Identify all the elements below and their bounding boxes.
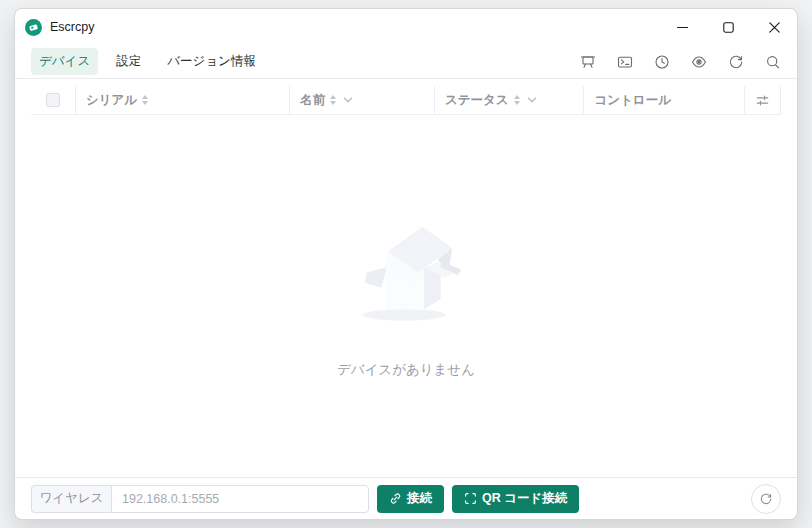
column-label-status: ステータス: [445, 92, 509, 109]
empty-message: デバイスがありません: [337, 361, 475, 379]
data-board-icon[interactable]: [580, 54, 596, 70]
app-window: Escrcpy デバイス 設定 バージョン情報: [14, 8, 798, 520]
connect-button-label: 接続: [407, 490, 432, 507]
close-button[interactable]: [751, 9, 797, 45]
connect-button[interactable]: 接続: [377, 485, 444, 513]
empty-box-illustration: [340, 213, 472, 331]
window-controls: [659, 9, 797, 45]
device-table-header: シリアル 名前 ステータス コントロール: [31, 86, 781, 115]
footer-bar: ワイヤレス 接続 QR コード接続: [15, 477, 797, 519]
history-clock-icon[interactable]: [654, 54, 670, 70]
tab-devices[interactable]: デバイス: [31, 48, 98, 75]
search-icon[interactable]: [765, 54, 781, 70]
sort-caret-icon: [514, 95, 520, 105]
sort-caret-icon: [142, 95, 148, 105]
device-list-empty-state: デバイスがありません: [15, 115, 797, 477]
qr-connect-button[interactable]: QR コード接続: [452, 485, 579, 513]
qr-scan-icon: [464, 492, 477, 505]
select-all-cell: [31, 86, 76, 114]
toolbar: [580, 54, 781, 70]
restart-adb-button[interactable]: [751, 484, 781, 514]
select-all-checkbox[interactable]: [46, 93, 60, 107]
column-header-control: コントロール: [584, 86, 744, 114]
wireless-address-group: ワイヤレス: [31, 485, 369, 513]
window-title: Escrcpy: [50, 20, 94, 34]
tab-version-info[interactable]: バージョン情報: [159, 48, 264, 75]
wireless-address-input[interactable]: [111, 485, 369, 513]
qr-connect-button-label: QR コード接続: [482, 490, 567, 507]
column-settings-icon[interactable]: [744, 86, 781, 114]
refresh-icon: [759, 492, 773, 506]
minimize-button[interactable]: [659, 9, 705, 45]
column-label-control: コントロール: [594, 92, 670, 109]
sort-caret-icon: [330, 95, 336, 105]
wireless-label: ワイヤレス: [31, 485, 111, 513]
column-header-serial[interactable]: シリアル: [76, 86, 290, 114]
preview-eye-icon[interactable]: [691, 54, 707, 70]
column-label-name: 名前: [300, 92, 325, 109]
filter-chevron-icon[interactable]: [527, 95, 537, 105]
column-label-serial: シリアル: [86, 92, 137, 109]
device-table: シリアル 名前 ステータス コントロール: [15, 79, 797, 115]
refresh-devices-icon[interactable]: [728, 54, 744, 70]
terminal-window-icon[interactable]: [617, 54, 633, 70]
titlebar: Escrcpy: [15, 9, 797, 45]
filter-chevron-icon[interactable]: [343, 95, 353, 105]
connection-link-icon: [389, 492, 402, 505]
column-header-name[interactable]: 名前: [290, 86, 435, 114]
app-logo-icon: [25, 19, 42, 36]
maximize-button[interactable]: [705, 9, 751, 45]
tab-bar: デバイス 設定 バージョン情報: [15, 45, 797, 79]
column-header-status[interactable]: ステータス: [435, 86, 585, 114]
tab-settings[interactable]: 設定: [108, 48, 149, 75]
